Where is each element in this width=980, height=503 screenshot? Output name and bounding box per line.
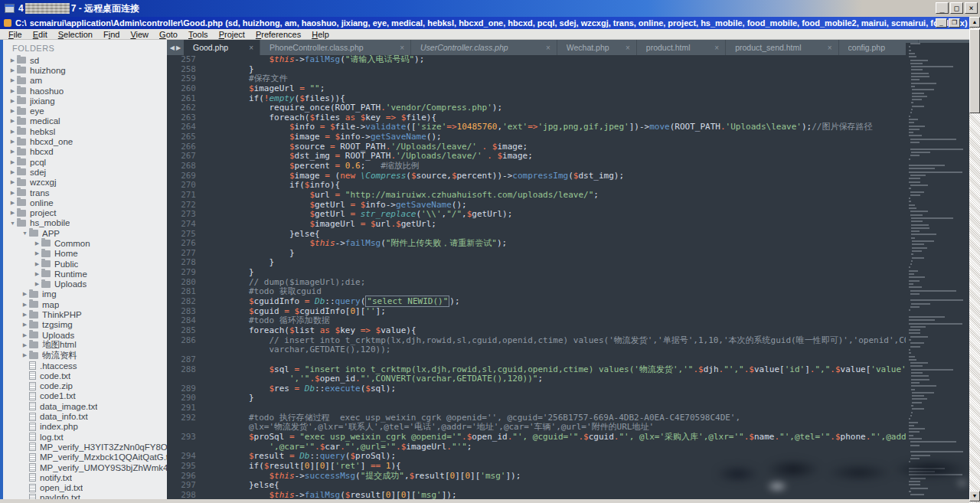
- expand-arrow-icon[interactable]: ▶: [34, 250, 41, 256]
- expand-arrow-icon[interactable]: ▶: [9, 57, 16, 64]
- sidebar-folder-sdej[interactable]: ▶sdej: [3, 167, 167, 177]
- sidebar-folder-Common[interactable]: ▶Common: [3, 238, 167, 248]
- sidebar-folder-Uploads[interactable]: ▶Uploads: [3, 330, 167, 340]
- expand-arrow-icon[interactable]: ▶: [9, 210, 16, 216]
- expand-arrow-icon[interactable]: ▶: [21, 312, 28, 318]
- sidebar-folder-地图html[interactable]: ▶地图html: [3, 340, 167, 350]
- expand-arrow-icon[interactable]: ▶: [9, 200, 16, 206]
- sidebar-folder-jixiang[interactable]: ▶jixiang: [3, 96, 167, 106]
- menu-item-selection[interactable]: Selection: [53, 30, 98, 39]
- sidebar-folder-project[interactable]: ▶project: [3, 207, 167, 217]
- sidebar-folder-hebksl[interactable]: ▶hebksl: [3, 126, 167, 136]
- expand-arrow-icon[interactable]: ▶: [9, 159, 16, 165]
- tab-close-icon[interactable]: ×: [546, 44, 550, 52]
- expand-arrow-icon[interactable]: ▶: [9, 98, 16, 104]
- sidebar-folder-hbcxd[interactable]: ▶hbcxd: [3, 147, 167, 157]
- sidebar-folder-pcql[interactable]: ▶pcql: [3, 157, 167, 167]
- sidebar-folder-medical[interactable]: ▶medical: [3, 116, 167, 126]
- expand-arrow-icon[interactable]: ▶: [34, 271, 41, 277]
- sidebar-file-open_id.txt[interactable]: open_id.txt: [3, 482, 167, 492]
- sidebar-folder-huizhong[interactable]: ▶huizhong: [3, 65, 167, 75]
- sidebar-file-code1.txt[interactable]: code1.txt: [3, 391, 167, 401]
- menu-item-goto[interactable]: Goto: [154, 30, 183, 39]
- sidebar-file-payInfo.txt[interactable]: payInfo.txt: [3, 493, 167, 499]
- sidebar-folder-tzgsimg[interactable]: ▶tzgsimg: [3, 320, 167, 330]
- sidebar-file-index.php[interactable]: index.php: [3, 422, 167, 432]
- sidebar-file-.htaccess[interactable]: .htaccess: [3, 361, 167, 371]
- minimize-button[interactable]: _: [936, 2, 949, 14]
- sidebar-file-MP_verify_Mzxbck1QQAitQatG.txt[interactable]: MP_verify_Mzxbck1QQAitQatG.txt: [3, 452, 167, 462]
- expand-arrow-icon[interactable]: ▶: [21, 322, 28, 328]
- sidebar-folder-eye[interactable]: ▶eye: [3, 106, 167, 116]
- sidebar-folder-Public[interactable]: ▶Public: [3, 259, 167, 269]
- menu-item-project[interactable]: Project: [214, 30, 250, 39]
- expand-arrow-icon[interactable]: ▶: [21, 352, 28, 358]
- expand-arrow-icon[interactable]: ▶: [9, 118, 16, 124]
- menu-item-tools[interactable]: Tools: [183, 30, 214, 39]
- sidebar-folder-APP[interactable]: ▼APP: [3, 228, 167, 238]
- close-button[interactable]: ×: [965, 2, 978, 14]
- expand-arrow-icon[interactable]: ▼: [9, 220, 16, 226]
- tab-close-icon[interactable]: ×: [249, 44, 253, 52]
- tab-Wechat.php[interactable]: Wechat.php×: [557, 40, 637, 55]
- sidebar-file-data_info.txt[interactable]: data_info.txt: [3, 411, 167, 421]
- expand-arrow-icon[interactable]: ▶: [34, 240, 41, 247]
- minimap[interactable]: [906, 43, 969, 499]
- sidebar-file-MP_verify_UMOY9S3bjZhWmk4u.txt[interactable]: MP_verify_UMOY9S3bjZhWmk4u.txt: [3, 462, 167, 472]
- menu-item-edit[interactable]: Edit: [28, 30, 53, 39]
- expand-arrow-icon[interactable]: ▼: [21, 230, 28, 236]
- sidebar-file-log.txt[interactable]: log.txt: [3, 432, 167, 442]
- sidebar-folder-hs_mobile[interactable]: ▼hs_mobile: [3, 218, 167, 228]
- tab-close-icon[interactable]: ×: [626, 44, 630, 52]
- sidebar-file-data_image.txt[interactable]: data_image.txt: [3, 401, 167, 411]
- sidebar-folder-Runtime[interactable]: ▶Runtime: [3, 269, 167, 279]
- expand-arrow-icon[interactable]: ▶: [9, 67, 16, 73]
- tab-scroll-left-icon[interactable]: ◀: [170, 44, 175, 51]
- sidebar-folder-Home[interactable]: ▶Home: [3, 249, 167, 259]
- scroll-down-arrow[interactable]: ▼: [969, 491, 980, 501]
- sidebar-folder-hbcxd_one[interactable]: ▶hbcxd_one: [3, 136, 167, 146]
- tab-product.html[interactable]: product.html×: [637, 40, 726, 55]
- menu-item-view[interactable]: View: [125, 30, 154, 39]
- expand-arrow-icon[interactable]: ▶: [34, 281, 41, 287]
- expand-arrow-icon[interactable]: ▶: [9, 139, 16, 145]
- sidebar-file-code.txt[interactable]: code.txt: [3, 371, 167, 381]
- sidebar-folder-物流资料[interactable]: ▶物流资料: [3, 351, 167, 361]
- vertical-scrollbar[interactable]: ▲ ▼: [969, 17, 980, 503]
- tab-close-icon[interactable]: ×: [714, 44, 719, 52]
- sublime-restore-button[interactable]: ❐: [949, 18, 960, 28]
- tab-Good.php[interactable]: Good.php×: [184, 40, 260, 55]
- sidebar-folder-ThinkPHP[interactable]: ▶ThinkPHP: [3, 309, 167, 319]
- expand-arrow-icon[interactable]: ▶: [21, 332, 28, 338]
- expand-arrow-icon[interactable]: ▶: [9, 190, 16, 196]
- expand-arrow-icon[interactable]: ▶: [9, 77, 16, 83]
- sidebar-folder-sd[interactable]: ▶sd: [3, 55, 167, 65]
- sidebar-folder-online[interactable]: ▶online: [3, 198, 167, 207]
- tab-product_send.html[interactable]: product_send.html×: [726, 40, 838, 55]
- sublime-minimize-button[interactable]: _: [936, 18, 947, 28]
- expand-arrow-icon[interactable]: ▶: [9, 149, 16, 155]
- scrollbar-thumb[interactable]: [969, 29, 980, 113]
- sidebar-file-notify.txt[interactable]: notify.txt: [3, 472, 167, 482]
- scroll-up-arrow[interactable]: ▲: [969, 17, 980, 28]
- expand-arrow-icon[interactable]: ▶: [9, 169, 16, 175]
- sidebar-file-code.zip[interactable]: code.zip: [3, 381, 167, 391]
- menu-item-find[interactable]: Find: [98, 30, 125, 39]
- expand-arrow-icon[interactable]: ▶: [9, 129, 16, 135]
- sidebar-folder-haoshuo[interactable]: ▶haoshuo: [3, 86, 167, 96]
- sidebar-folder-img[interactable]: ▶img: [3, 289, 167, 299]
- expand-arrow-icon[interactable]: ▶: [9, 108, 16, 114]
- expand-arrow-icon[interactable]: ▶: [34, 261, 41, 267]
- expand-arrow-icon[interactable]: ▶: [9, 88, 16, 94]
- menu-item-file[interactable]: File: [3, 30, 28, 39]
- sidebar-folder-Uploads[interactable]: ▶Uploads: [3, 279, 167, 289]
- maximize-button[interactable]: □: [950, 2, 963, 14]
- code-editor[interactable]: 257$this->failMsg("请输入电话号码");258}259#保存文…: [167, 55, 906, 501]
- expand-arrow-icon[interactable]: ▶: [21, 342, 28, 348]
- tab-close-icon[interactable]: ×: [400, 44, 404, 52]
- sidebar-folder-am[interactable]: ▶am: [3, 76, 167, 86]
- menu-item-help[interactable]: Help: [306, 30, 335, 39]
- menu-item-preferences[interactable]: Preferences: [250, 30, 306, 39]
- expand-arrow-icon[interactable]: ▶: [9, 179, 16, 185]
- sidebar-folder-wzcxgj[interactable]: ▶wzcxgj: [3, 178, 167, 188]
